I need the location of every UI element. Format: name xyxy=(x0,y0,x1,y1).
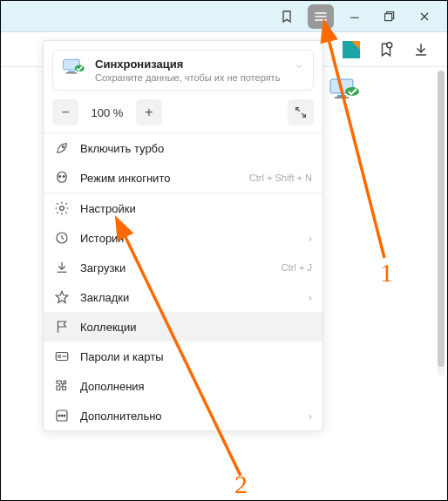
menu-item-downloads[interactable]: Загрузки Ctrl + J xyxy=(44,253,322,282)
menu-label: Коллекции xyxy=(80,321,312,334)
svg-rect-12 xyxy=(337,95,346,97)
menu-item-turbo[interactable]: Включить турбо xyxy=(44,133,322,163)
menu-item-bookmarks[interactable]: Закладки › xyxy=(44,282,322,312)
menu-item-incognito[interactable]: Режим инкогнито Ctrl + Shift + N xyxy=(44,163,322,193)
menu-item-more[interactable]: Дополнительно › xyxy=(44,401,322,430)
menu-item-history[interactable]: История › xyxy=(44,223,322,253)
svg-point-23 xyxy=(59,176,61,178)
sync-card[interactable]: Синхронизация Сохраните данные, чтобы их… xyxy=(52,50,314,91)
sync-monitor-icon xyxy=(62,58,86,78)
more-icon xyxy=(54,408,70,423)
main-menu-panel: Синхронизация Сохраните данные, чтобы их… xyxy=(43,40,323,431)
chevron-right-icon: › xyxy=(309,232,312,245)
rocket-icon xyxy=(54,140,70,156)
menu-label: Режим инкогнито xyxy=(80,172,239,185)
chevron-right-icon: › xyxy=(309,410,312,423)
download-icon xyxy=(54,260,70,275)
gear-icon xyxy=(54,200,70,216)
window-titlebar xyxy=(1,1,447,32)
menu-label: История xyxy=(80,232,295,245)
zoom-out-button[interactable]: − xyxy=(52,99,78,125)
main-menu-button[interactable] xyxy=(308,4,334,29)
svg-point-24 xyxy=(63,176,64,178)
chevron-right-icon: › xyxy=(309,291,312,304)
menu-label: Настройки xyxy=(80,202,312,215)
active-tab-icon[interactable] xyxy=(334,34,369,65)
window-minimize-button[interactable] xyxy=(337,3,372,30)
svg-point-8 xyxy=(387,42,392,47)
clock-icon xyxy=(54,230,70,246)
chevron-down-icon xyxy=(294,59,304,75)
svg-point-22 xyxy=(58,172,67,182)
svg-point-14 xyxy=(345,87,359,96)
zoom-row: − 100 % + xyxy=(52,99,314,125)
incognito-icon xyxy=(54,170,70,186)
bookmark-icon[interactable] xyxy=(269,3,304,30)
svg-rect-16 xyxy=(68,71,75,73)
menu-item-passwords[interactable]: Пароли и карты xyxy=(44,342,322,371)
toolbar-downloads-button[interactable] xyxy=(404,34,438,65)
menu-label: Включить турбо xyxy=(80,142,312,155)
menu-item-addons[interactable]: Дополнения xyxy=(44,371,322,401)
svg-point-21 xyxy=(62,146,64,147)
svg-marker-29 xyxy=(56,291,68,302)
svg-rect-13 xyxy=(335,97,349,98)
menu-item-settings[interactable]: Настройки xyxy=(44,193,322,223)
sync-subtitle: Сохраните данные, чтобы их не потерять xyxy=(95,72,304,83)
menu-label: Пароли и карты xyxy=(80,350,312,363)
page-scrollbar-thumb[interactable] xyxy=(438,71,445,367)
annotation-label-1: 1 xyxy=(380,258,393,288)
menu-label: Дополнения xyxy=(80,380,312,393)
sync-title: Синхронизация xyxy=(95,58,304,71)
svg-point-35 xyxy=(61,415,63,416)
fullscreen-button[interactable] xyxy=(288,99,314,125)
annotation-label-2: 2 xyxy=(234,470,248,499)
key-card-icon xyxy=(54,349,70,364)
window-close-button[interactable] xyxy=(407,3,442,30)
svg-point-31 xyxy=(58,355,61,358)
page-sync-illustration xyxy=(329,76,360,102)
svg-point-34 xyxy=(58,415,60,416)
window-maximize-button[interactable] xyxy=(372,3,407,30)
svg-rect-17 xyxy=(66,72,77,74)
menu-label: Дополнительно xyxy=(80,410,295,423)
star-icon xyxy=(54,289,70,305)
flag-icon xyxy=(54,319,70,335)
svg-line-37 xyxy=(328,36,384,258)
puzzle-icon xyxy=(54,378,70,394)
menu-label: Загрузки xyxy=(80,261,271,274)
svg-point-36 xyxy=(64,415,65,416)
svg-point-25 xyxy=(60,206,64,211)
menu-label: Закладки xyxy=(80,291,295,304)
menu-shortcut: Ctrl + J xyxy=(282,262,312,273)
zoom-value: 100 % xyxy=(84,106,131,119)
side-panel-button[interactable] xyxy=(369,34,404,65)
svg-point-18 xyxy=(75,65,85,72)
zoom-in-button[interactable]: + xyxy=(136,99,162,125)
svg-rect-5 xyxy=(385,13,392,20)
menu-shortcut: Ctrl + Shift + N xyxy=(249,173,312,183)
menu-item-collections[interactable]: Коллекции xyxy=(44,312,322,342)
